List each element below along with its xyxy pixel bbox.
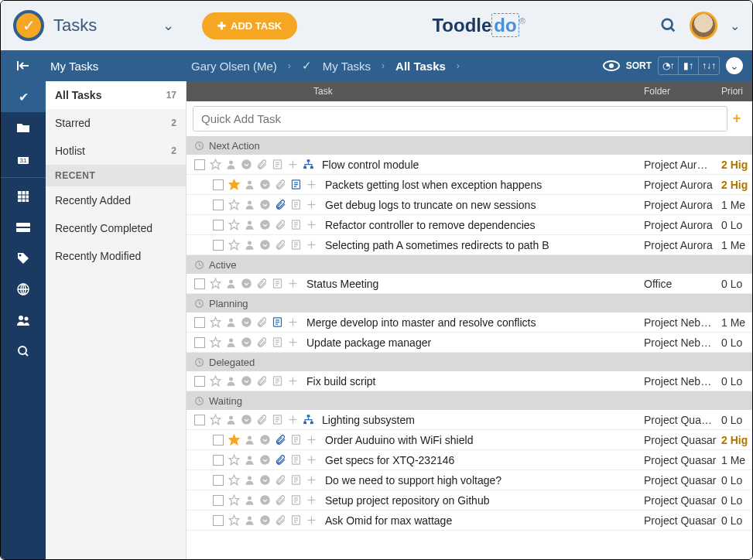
person-icon[interactable] — [244, 514, 255, 526]
star-icon[interactable] — [210, 159, 221, 170]
group-header[interactable]: Waiting — [187, 391, 752, 410]
note-icon[interactable] — [272, 414, 283, 425]
quick-add-plus-icon[interactable]: + — [727, 111, 746, 127]
person-icon[interactable] — [244, 239, 255, 251]
task-row[interactable]: Setup project repository on Github Proje… — [187, 490, 752, 510]
paperclip-icon[interactable] — [256, 278, 268, 289]
visibility-icon[interactable] — [603, 60, 620, 71]
task-checkbox[interactable] — [213, 240, 224, 251]
status-chevron-icon[interactable] — [241, 336, 252, 348]
paperclip-icon[interactable] — [275, 219, 286, 230]
drag-handle-icon[interactable] — [306, 179, 317, 190]
rail-tag-icon[interactable] — [1, 243, 46, 274]
task-row[interactable]: Status Meeting Office 0 Lo — [187, 274, 752, 294]
task-row[interactable]: Refactor controller to remove dependenci… — [187, 215, 752, 235]
drag-handle-icon[interactable] — [287, 375, 299, 387]
drag-handle-icon[interactable] — [287, 414, 299, 425]
status-chevron-icon[interactable] — [259, 219, 271, 230]
task-checkbox[interactable] — [194, 415, 205, 425]
task-checkbox[interactable] — [213, 515, 224, 526]
person-icon[interactable] — [225, 278, 237, 289]
breadcrumb-root[interactable]: My Tasks — [46, 60, 98, 73]
task-checkbox[interactable] — [194, 317, 205, 328]
rail-check-icon[interactable]: ✔ — [1, 81, 46, 112]
task-checkbox[interactable] — [213, 455, 224, 466]
sidebar-item[interactable]: Starred2 — [46, 109, 186, 137]
star-icon[interactable] — [228, 239, 240, 251]
note-icon[interactable] — [290, 219, 302, 230]
group-header[interactable]: Delegated — [187, 353, 752, 371]
group-header[interactable]: Next Action — [187, 136, 752, 155]
status-chevron-icon[interactable] — [241, 316, 252, 328]
person-icon[interactable] — [225, 316, 237, 328]
task-checkbox[interactable] — [213, 495, 224, 506]
status-chevron-icon[interactable] — [259, 494, 271, 506]
task-checkbox[interactable] — [194, 159, 205, 170]
star-icon[interactable] — [228, 219, 240, 230]
breadcrumb-list[interactable]: My Tasks — [323, 60, 371, 73]
search-icon[interactable] — [660, 17, 677, 34]
paperclip-icon[interactable] — [275, 494, 286, 506]
person-icon[interactable] — [244, 219, 255, 230]
drag-handle-icon[interactable] — [287, 278, 299, 289]
column-folder[interactable]: Folder — [644, 86, 721, 97]
status-chevron-icon[interactable] — [259, 454, 271, 466]
note-icon[interactable] — [290, 494, 302, 506]
rail-search-icon[interactable] — [1, 336, 46, 367]
task-row[interactable]: Fix build script Project Neb… 0 Lo — [187, 371, 752, 391]
task-checkbox[interactable] — [213, 475, 224, 486]
subtasks-icon[interactable] — [303, 159, 314, 170]
task-row[interactable]: Merge develop into master and resolve co… — [187, 312, 752, 333]
person-icon[interactable] — [225, 336, 237, 348]
sort-status-button[interactable]: ◔↑ — [659, 57, 679, 74]
more-view-options-button[interactable]: ⌄ — [726, 57, 743, 74]
drag-handle-icon[interactable] — [306, 514, 317, 526]
note-icon[interactable] — [290, 434, 302, 446]
user-avatar[interactable] — [690, 12, 717, 39]
drag-handle-icon[interactable] — [306, 454, 317, 466]
drag-handle-icon[interactable] — [306, 494, 317, 506]
task-row[interactable]: Ask Omid for max wattage Project Quasar … — [187, 510, 752, 531]
task-row[interactable]: Update package manager Project Neb… 0 Lo — [187, 333, 752, 353]
star-icon[interactable] — [228, 434, 240, 446]
star-icon[interactable] — [228, 494, 240, 506]
drag-handle-icon[interactable] — [306, 199, 317, 210]
note-icon[interactable] — [272, 336, 283, 348]
task-row[interactable]: Order Auduino with WiFi shield Project Q… — [187, 430, 752, 450]
paperclip-icon[interactable] — [256, 414, 268, 425]
status-chevron-icon[interactable] — [259, 179, 271, 190]
task-row[interactable]: Get specs for XTQ-232146 Project Quasar … — [187, 450, 752, 470]
star-icon[interactable] — [228, 199, 240, 210]
breadcrumb-owner[interactable]: Gary Olsen (Me) — [191, 60, 277, 73]
task-row[interactable]: Selecting path A sometimes redirects to … — [187, 235, 752, 255]
drag-handle-icon[interactable] — [287, 316, 299, 328]
paperclip-icon[interactable] — [275, 474, 286, 486]
star-icon[interactable] — [228, 179, 240, 190]
note-icon[interactable] — [272, 278, 283, 289]
rail-calendar-icon[interactable]: 31 — [1, 143, 46, 174]
add-task-button[interactable]: ✚ ADD TASK — [202, 12, 297, 39]
section-chevron-icon[interactable]: ⌄ — [163, 17, 174, 34]
status-chevron-icon[interactable] — [241, 414, 252, 425]
task-row[interactable]: Lighting subsystem Project Qua… 0 Lo — [187, 410, 752, 430]
note-icon[interactable] — [272, 375, 283, 387]
star-icon[interactable] — [228, 474, 240, 486]
sidebar-item[interactable]: Hotlist2 — [46, 137, 186, 165]
drag-handle-icon[interactable] — [306, 239, 317, 251]
sort-bookmark-button[interactable]: ▮↑ — [679, 57, 699, 74]
task-checkbox[interactable] — [213, 179, 224, 190]
person-icon[interactable] — [244, 454, 255, 466]
rail-folder-icon[interactable] — [1, 112, 46, 143]
person-icon[interactable] — [244, 474, 255, 486]
collapse-sidebar-button[interactable] — [1, 60, 46, 72]
rail-card-icon[interactable] — [1, 212, 46, 243]
person-icon[interactable] — [244, 179, 255, 190]
person-icon[interactable] — [244, 494, 255, 506]
paperclip-icon[interactable] — [256, 375, 268, 387]
person-icon[interactable] — [244, 199, 255, 210]
status-chevron-icon[interactable] — [241, 278, 252, 289]
note-icon[interactable] — [272, 316, 283, 328]
task-checkbox[interactable] — [213, 220, 224, 230]
paperclip-icon[interactable] — [275, 179, 286, 190]
task-row[interactable]: Do we need to support high voltage? Proj… — [187, 470, 752, 490]
